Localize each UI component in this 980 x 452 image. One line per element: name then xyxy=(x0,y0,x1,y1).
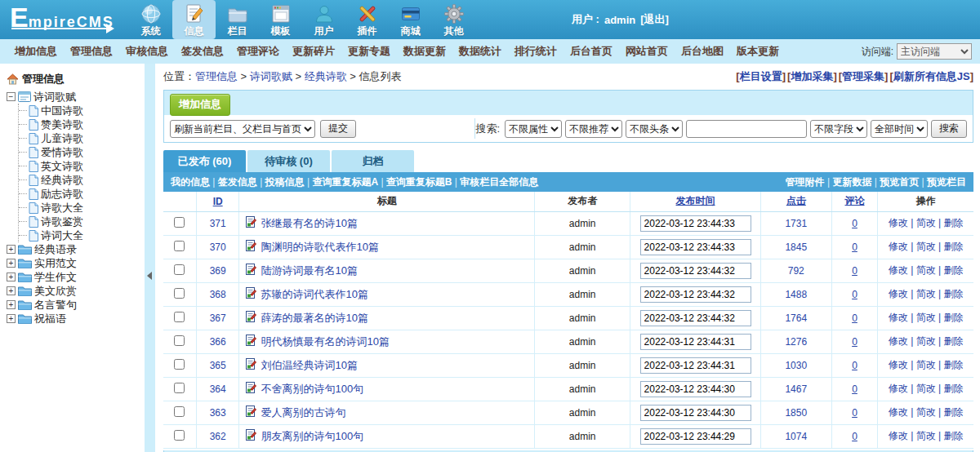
quick-edit-link[interactable]: 简改 xyxy=(908,359,936,370)
status-tab[interactable]: 待审核 (0) xyxy=(247,150,330,172)
tree-leaf-category[interactable]: 诗词大全 xyxy=(19,228,143,242)
expand-toggle-icon[interactable] xyxy=(7,273,16,281)
row-time-input[interactable] xyxy=(640,215,751,232)
header-clicks[interactable]: 点击 xyxy=(760,192,831,211)
tree-leaf-category[interactable]: 励志诗歌 xyxy=(19,187,143,201)
delete-link[interactable]: 删除 xyxy=(936,383,964,394)
row-id-link[interactable]: 369 xyxy=(210,265,226,277)
tree-leaf-category[interactable]: 中国诗歌 xyxy=(19,104,143,117)
search-button[interactable]: 搜索 xyxy=(931,120,967,138)
header-comments[interactable]: 评论 xyxy=(831,192,878,211)
tree-leaf-category[interactable]: 诗歌鉴赏 xyxy=(19,215,143,228)
row-comments-link[interactable]: 0 xyxy=(852,289,858,300)
tree-root-poetry[interactable]: 诗词歌赋 xyxy=(7,90,143,104)
module-tab[interactable]: 信息 xyxy=(172,0,216,39)
quick-edit-link[interactable]: 简改 xyxy=(908,406,936,418)
row-time-input[interactable] xyxy=(640,334,751,350)
header-time[interactable]: 发布时间 xyxy=(630,192,761,211)
row-title-link[interactable]: 爱人离别的古诗句 xyxy=(261,406,345,419)
row-id-link[interactable]: 367 xyxy=(210,312,226,324)
nav-item[interactable]: 签发信息 xyxy=(181,44,224,59)
action-bar-link[interactable]: 查询重复标题A xyxy=(305,176,378,188)
tree-node-label[interactable]: 祝福语 xyxy=(34,312,66,326)
row-id-link[interactable]: 365 xyxy=(210,360,226,371)
tree-collapsed-category[interactable]: 实用范文 xyxy=(7,256,143,270)
edit-link[interactable]: 修改 xyxy=(889,430,908,441)
breadcrumb-link[interactable]: 经典诗歌 xyxy=(305,70,359,82)
row-id-link[interactable]: 362 xyxy=(210,431,226,442)
row-id-link[interactable]: 371 xyxy=(210,218,226,229)
row-id-link[interactable]: 370 xyxy=(210,242,226,253)
tree-node-label[interactable]: 经典语录 xyxy=(34,242,77,257)
nav-item[interactable]: 更新碎片 xyxy=(292,44,335,59)
action-bar-link[interactable]: 预览栏目 xyxy=(919,176,966,188)
expand-toggle-icon[interactable] xyxy=(7,300,16,309)
row-comments-link[interactable]: 0 xyxy=(852,336,858,348)
quick-link[interactable]: 增加采集 xyxy=(787,70,837,82)
row-time-input[interactable] xyxy=(640,428,751,445)
row-title-link[interactable]: 刘伯温经典诗词10篇 xyxy=(261,359,357,371)
tree-collapsed-category[interactable]: 经典语录 xyxy=(7,242,143,256)
quick-edit-link[interactable]: 简改 xyxy=(908,241,936,252)
nav-item[interactable]: 更新专题 xyxy=(348,44,390,59)
action-bar-link[interactable]: 投稿信息 xyxy=(257,176,305,188)
action-bar-link[interactable]: 预览首页 xyxy=(871,176,919,188)
access-select[interactable]: 主访问端 xyxy=(897,43,972,60)
row-time-input[interactable] xyxy=(640,310,751,326)
nav-item[interactable]: 排行统计 xyxy=(514,44,557,59)
module-tab[interactable]: 用户 xyxy=(302,0,345,39)
action-bar-link[interactable]: 更新数据 xyxy=(825,176,872,188)
delete-link[interactable]: 删除 xyxy=(936,288,964,299)
row-time-input[interactable] xyxy=(640,263,751,279)
tree-leaf-category[interactable]: 英文诗歌 xyxy=(19,159,143,173)
row-time-input[interactable] xyxy=(640,239,751,255)
edit-link[interactable]: 修改 xyxy=(889,217,908,228)
row-title-link[interactable]: 张继最有名的诗10篇 xyxy=(261,217,357,229)
filter-field-select[interactable]: 不限字段 xyxy=(810,120,867,138)
tree-leaf-label[interactable]: 励志诗歌 xyxy=(41,187,83,202)
row-id-link[interactable]: 368 xyxy=(210,289,226,300)
delete-link[interactable]: 删除 xyxy=(936,359,964,370)
refresh-scope-select[interactable]: 刷新当前栏目、父栏目与首页 xyxy=(170,120,315,138)
tree-leaf-category[interactable]: 赞美诗歌 xyxy=(19,117,143,131)
delete-link[interactable]: 删除 xyxy=(936,430,964,441)
edit-link[interactable]: 修改 xyxy=(889,359,908,370)
filter-recommend-select[interactable]: 不限推荐 xyxy=(565,120,622,138)
tree-leaf-category[interactable]: 经典诗歌 xyxy=(19,173,143,187)
edit-link[interactable]: 修改 xyxy=(889,241,908,252)
row-time-input[interactable] xyxy=(640,286,751,303)
delete-link[interactable]: 删除 xyxy=(936,264,964,276)
row-title-link[interactable]: 薛涛的最著名的诗10篇 xyxy=(261,312,368,324)
nav-item[interactable]: 网站首页 xyxy=(626,44,668,59)
quick-edit-link[interactable]: 简改 xyxy=(908,288,936,299)
delete-link[interactable]: 删除 xyxy=(936,241,964,252)
header-id[interactable]: ID xyxy=(196,192,239,211)
collapse-toggle-icon[interactable] xyxy=(7,92,16,101)
delete-link[interactable]: 删除 xyxy=(936,312,964,323)
nav-item[interactable]: 数据更新 xyxy=(403,44,446,59)
edit-link[interactable]: 修改 xyxy=(889,264,908,276)
tree-collapsed-category[interactable]: 美文欣赏 xyxy=(7,284,143,298)
delete-link[interactable]: 删除 xyxy=(936,217,964,228)
module-tab[interactable]: 模板 xyxy=(259,0,302,39)
module-tab[interactable]: 栏目 xyxy=(216,0,259,39)
tree-node-label[interactable]: 实用范文 xyxy=(34,256,77,271)
nav-item[interactable]: 数据统计 xyxy=(459,44,501,59)
filter-attribute-select[interactable]: 不限属性 xyxy=(505,120,562,138)
delete-link[interactable]: 删除 xyxy=(936,335,964,347)
row-id-link[interactable]: 364 xyxy=(210,383,226,395)
action-bar-link[interactable]: 审核栏目全部信息 xyxy=(452,176,539,188)
tree-collapsed-category[interactable]: 学生作文 xyxy=(7,270,143,284)
add-info-button[interactable]: 增加信息 xyxy=(170,94,230,116)
action-bar-link[interactable]: 我的信息 xyxy=(171,176,210,188)
delete-link[interactable]: 删除 xyxy=(936,406,964,418)
tree-leaf-category[interactable]: 儿童诗歌 xyxy=(19,131,143,145)
sidebar-splitter[interactable] xyxy=(145,64,155,452)
tree-root-label[interactable]: 诗词歌赋 xyxy=(33,90,76,104)
breadcrumb-link[interactable]: 诗词歌赋 xyxy=(250,70,305,82)
tree-collapsed-category[interactable]: 名言警句 xyxy=(7,298,143,312)
nav-item[interactable]: 管理评论 xyxy=(237,44,279,59)
quick-edit-link[interactable]: 简改 xyxy=(908,312,936,323)
nav-item[interactable]: 审核信息 xyxy=(126,44,168,59)
edit-link[interactable]: 修改 xyxy=(889,335,908,347)
